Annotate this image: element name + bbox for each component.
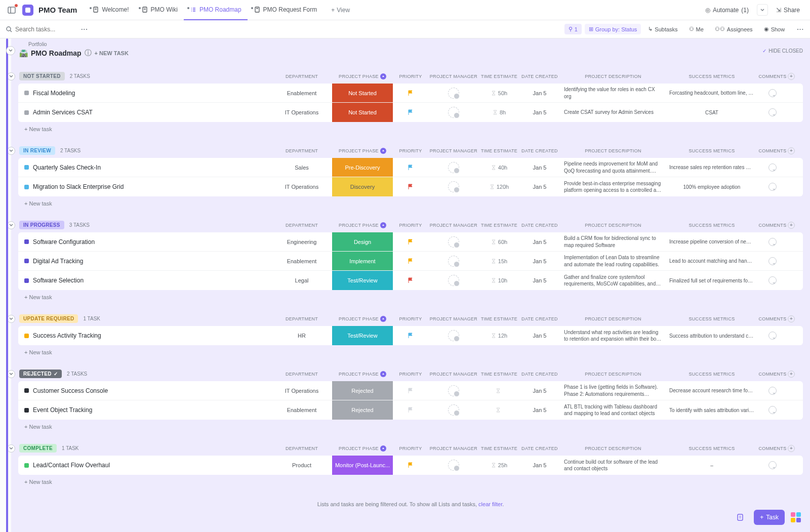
task-row[interactable]: Software SelectionLegalTest/Review10hJan…: [18, 271, 803, 290]
cell-priority[interactable]: [393, 277, 428, 283]
cell-description[interactable]: Identifying the value for roles in each …: [560, 84, 666, 102]
hide-closed-toggle[interactable]: ✓ HIDE CLOSED: [762, 48, 803, 54]
status-pill[interactable]: NOT STARTED: [19, 72, 65, 80]
cell-priority[interactable]: [393, 258, 428, 264]
cell-estimate[interactable]: 40h: [479, 165, 519, 171]
status-square[interactable]: [24, 278, 29, 283]
cell-estimate[interactable]: [479, 388, 519, 393]
col-pm[interactable]: PROJECT MANAGER: [428, 148, 479, 153]
group-collapse[interactable]: [7, 444, 15, 453]
cell-description[interactable]: Implementation of Lean Data to streamlin…: [560, 252, 666, 270]
team-icon[interactable]: [22, 5, 33, 16]
cell-estimate[interactable]: 12h: [479, 333, 519, 339]
cell-pm[interactable]: [428, 460, 479, 471]
cell-department[interactable]: Engineering: [271, 239, 332, 245]
cell-date[interactable]: Jan 5: [519, 277, 560, 283]
col-description[interactable]: PROJECT DESCRIPTION: [560, 148, 666, 153]
comment-icon[interactable]: [768, 238, 777, 246]
col-phase[interactable]: PROJECT PHASE: [332, 73, 393, 79]
comment-icon[interactable]: [768, 276, 777, 284]
col-created[interactable]: DATE CREATED: [519, 316, 560, 321]
col-priority[interactable]: PRIORITY: [393, 223, 428, 228]
col-priority[interactable]: PRIORITY: [393, 74, 428, 79]
cell-pm[interactable]: [428, 256, 479, 267]
new-task-button[interactable]: + Task: [754, 510, 785, 525]
cell-pm[interactable]: [428, 181, 479, 192]
new-task-row[interactable]: + New task: [18, 122, 803, 136]
col-pm[interactable]: PROJECT MANAGER: [428, 316, 479, 321]
col-created[interactable]: DATE CREATED: [519, 223, 560, 228]
col-department[interactable]: DEPARTMENT: [271, 316, 332, 321]
cell-date[interactable]: Jan 5: [519, 165, 560, 171]
comment-icon[interactable]: [768, 183, 777, 191]
cell-date[interactable]: Jan 5: [519, 90, 560, 96]
cell-description[interactable]: Pipeline needs improvement for MoM and Q…: [560, 158, 666, 176]
team-name[interactable]: PMO Team: [38, 6, 77, 14]
task-name[interactable]: Digital Ad Tracking: [33, 258, 83, 265]
add-view-button[interactable]: + View: [325, 7, 356, 14]
cell-comments[interactable]: [757, 461, 788, 469]
col-comments[interactable]: COMMENTS: [757, 446, 788, 451]
col-metrics[interactable]: SUCCESS METRICS: [666, 316, 757, 321]
group-collapse[interactable]: [7, 147, 15, 155]
task-row[interactable]: Customer Success ConsoleIT OperationsRej…: [18, 381, 803, 400]
cell-date[interactable]: Jan 5: [519, 258, 560, 264]
group-collapse[interactable]: [7, 72, 15, 80]
task-name[interactable]: Lead/Contact Flow Overhaul: [33, 462, 110, 469]
col-metrics[interactable]: SUCCESS METRICS: [666, 74, 757, 79]
col-department[interactable]: DEPARTMENT: [271, 372, 332, 377]
cell-phase[interactable]: Pre-Discovery: [332, 158, 393, 177]
cell-comments[interactable]: [757, 387, 788, 395]
status-square[interactable]: [24, 259, 29, 263]
cell-estimate[interactable]: 50h: [479, 90, 519, 96]
new-task-row[interactable]: + New task: [18, 420, 803, 434]
new-task-row[interactable]: + New task: [18, 290, 803, 304]
status-square[interactable]: [24, 463, 29, 468]
col-metrics[interactable]: SUCCESS METRICS: [666, 446, 757, 451]
cell-description[interactable]: Phase 1 is live (getting fields in Softw…: [560, 382, 666, 399]
cell-department[interactable]: Legal: [271, 277, 332, 283]
status-square[interactable]: [24, 239, 29, 244]
cell-metrics[interactable]: To identify with sales attribution varia…: [666, 407, 757, 413]
cell-phase[interactable]: Implement: [332, 252, 393, 270]
col-add[interactable]: +: [788, 147, 803, 154]
col-description[interactable]: PROJECT DESCRIPTION: [560, 446, 666, 451]
task-name[interactable]: Migration to Slack Enterprise Grid: [33, 183, 124, 190]
col-department[interactable]: DEPARTMENT: [271, 223, 332, 228]
clear-filter-link[interactable]: clear filter: [478, 501, 502, 507]
cell-phase[interactable]: Not Started: [332, 103, 393, 122]
task-row[interactable]: Event Object TrackingEnablementRejectedJ…: [18, 400, 803, 420]
avatar-placeholder[interactable]: [448, 460, 459, 471]
col-metrics[interactable]: SUCCESS METRICS: [666, 223, 757, 228]
cell-phase[interactable]: Rejected: [332, 400, 393, 420]
cell-description[interactable]: Create CSAT survey for Admin Services: [560, 107, 666, 118]
cell-comments[interactable]: [757, 332, 788, 340]
col-pm[interactable]: PROJECT MANAGER: [428, 446, 479, 451]
task-name[interactable]: Event Object Tracking: [33, 406, 92, 414]
group-collapse[interactable]: [7, 315, 15, 323]
status-square[interactable]: [24, 165, 29, 170]
cell-date[interactable]: Jan 5: [519, 239, 560, 245]
cell-priority[interactable]: [393, 90, 428, 96]
folder-title[interactable]: PMO Roadmap: [31, 49, 82, 57]
cell-department[interactable]: Sales: [271, 165, 332, 171]
cell-comments[interactable]: [757, 276, 788, 284]
cell-estimate[interactable]: 60h: [479, 239, 519, 245]
col-description[interactable]: PROJECT DESCRIPTION: [560, 316, 666, 321]
group-by-button[interactable]: ⊞ Group by: Status: [585, 24, 641, 34]
col-department[interactable]: DEPARTMENT: [271, 446, 332, 451]
col-metrics[interactable]: SUCCESS METRICS: [666, 372, 757, 377]
cell-pm[interactable]: [428, 236, 479, 248]
comment-icon[interactable]: [768, 406, 777, 414]
task-row[interactable]: Migration to Slack Enterprise GridIT Ope…: [18, 177, 803, 196]
filter-button[interactable]: ⚲ 1: [564, 24, 582, 34]
comment-icon[interactable]: [768, 461, 777, 469]
task-row[interactable]: Admin Services CSATIT OperationsNot Star…: [18, 103, 803, 122]
col-priority[interactable]: PRIORITY: [393, 316, 428, 321]
tab-pmo-request-form[interactable]: PMO Request Form: [248, 0, 323, 20]
col-phase[interactable]: PROJECT PHASE: [332, 148, 393, 154]
task-row[interactable]: Success Activity TrackingHRTest/Review12…: [18, 326, 803, 345]
cell-phase[interactable]: Rejected: [332, 381, 393, 400]
cell-department[interactable]: Product: [271, 462, 332, 468]
cell-metrics[interactable]: Finalized full set of requirements for V…: [666, 278, 757, 283]
